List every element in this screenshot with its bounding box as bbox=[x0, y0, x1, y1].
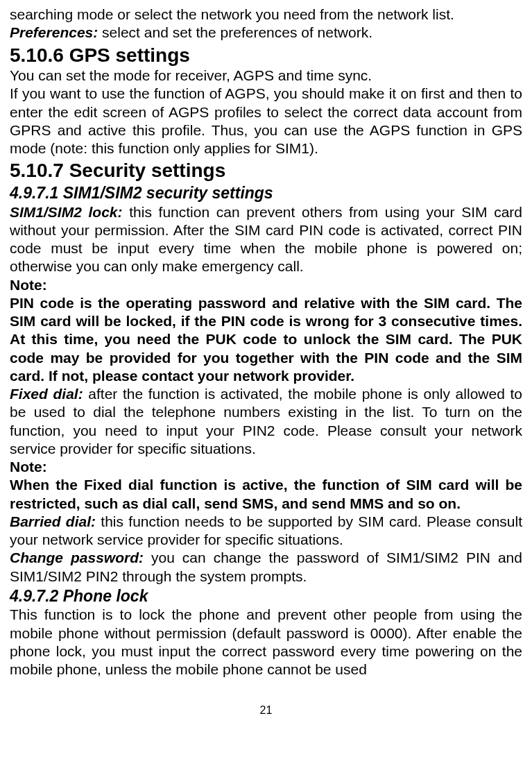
sim-lock-label: SIM1/SIM2 lock: bbox=[10, 204, 123, 220]
barried-dial-label: Barried dial: bbox=[10, 513, 96, 529]
change-password-label: Change password: bbox=[10, 549, 144, 565]
preferences-text: select and set the preferences of networ… bbox=[98, 24, 372, 40]
preferences-label: Preferences: bbox=[10, 24, 98, 40]
note2-body: When the Fixed dial function is active, … bbox=[10, 476, 522, 513]
paragraph-network-searching: searching mode or select the network you… bbox=[10, 6, 522, 24]
note1-body: PIN code is the operating password and r… bbox=[10, 294, 522, 385]
note2-heading: Note: bbox=[10, 458, 522, 476]
paragraph-phone-lock: This function is to lock the phone and p… bbox=[10, 606, 522, 679]
paragraph-agps: If you want to use the function of AGPS,… bbox=[10, 85, 522, 157]
heading-gps-settings: 5.10.6 GPS settings bbox=[10, 44, 522, 67]
paragraph-barried-dial: Barried dial: this function needs to be … bbox=[10, 513, 522, 549]
subheading-phone-lock: 4.9.7.2 Phone lock bbox=[10, 587, 522, 606]
paragraph-change-password: Change password: you can change the pass… bbox=[10, 549, 522, 586]
paragraph-fixed-dial: Fixed dial: after the function is activa… bbox=[10, 385, 522, 458]
paragraph-sim-lock: SIM1/SIM2 lock: this function can preven… bbox=[10, 203, 522, 276]
fixed-dial-label: Fixed dial: bbox=[10, 386, 83, 402]
note1-heading: Note: bbox=[10, 276, 522, 294]
page-number: 21 bbox=[10, 704, 522, 717]
paragraph-gps-intro: You can set the mode for receiver, AGPS … bbox=[10, 67, 522, 85]
subheading-sim-security: 4.9.7.1 SIM1/SIM2 security settings bbox=[10, 184, 522, 203]
paragraph-preferences: Preferences: select and set the preferen… bbox=[10, 24, 522, 42]
fixed-dial-text: after the function is activated, the mob… bbox=[10, 386, 522, 457]
heading-security-settings: 5.10.7 Security settings bbox=[10, 159, 522, 182]
